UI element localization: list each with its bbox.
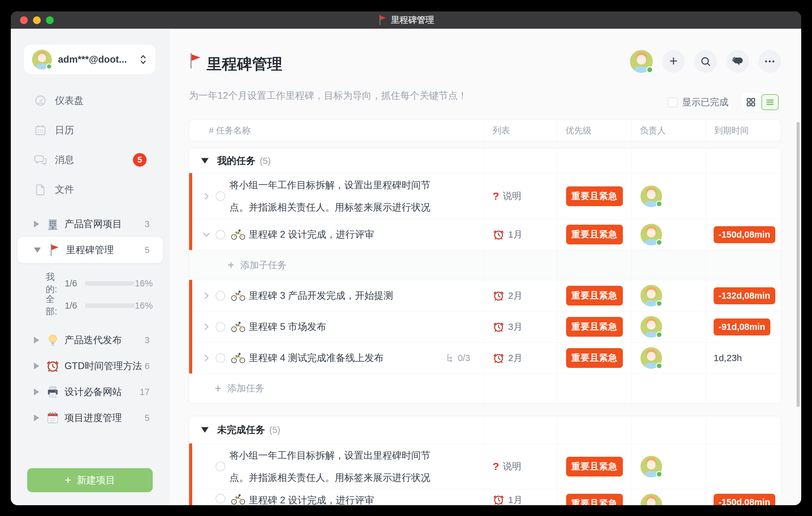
project-item-5[interactable]: 项目进度管理 5 bbox=[11, 405, 170, 431]
bike-icon bbox=[230, 229, 247, 240]
task-complete-radio[interactable] bbox=[216, 353, 225, 363]
current-user-avatar-button[interactable] bbox=[630, 50, 653, 73]
minimize-window-button[interactable] bbox=[33, 16, 41, 24]
chevron-right-icon[interactable] bbox=[201, 353, 211, 363]
project-task-count: 6 bbox=[145, 361, 150, 371]
group-header-cell bbox=[485, 148, 557, 173]
sidebar-item-label: 文件 bbox=[55, 183, 74, 196]
chevron-up-down-icon bbox=[139, 53, 147, 66]
column-header-due[interactable]: 到期时间 bbox=[706, 120, 781, 141]
column-header-priority[interactable]: 优先级 bbox=[557, 120, 632, 141]
assignee-avatar bbox=[640, 185, 662, 207]
show-completed-checkbox[interactable] bbox=[668, 97, 678, 107]
caret-down-icon[interactable] bbox=[201, 427, 208, 433]
zoom-window-button[interactable] bbox=[46, 16, 54, 24]
caret-right-icon[interactable] bbox=[34, 389, 39, 395]
task-row[interactable]: 里程碑 5 市场发布3月重要且紧急-91d,08min bbox=[189, 311, 781, 342]
caret-right-icon[interactable] bbox=[34, 414, 39, 421]
more-options-button[interactable] bbox=[758, 50, 781, 73]
task-name-cell: 将小组一年工作目标拆解，设置出里程碑时间节点。并指派相关责任人。用标签来展示进行… bbox=[189, 444, 485, 489]
titlebar: 里程碑管理 bbox=[11, 11, 801, 29]
task-due-cell: -150d,08min bbox=[706, 489, 781, 505]
vertical-scrollbar[interactable] bbox=[796, 122, 800, 407]
project-item-3[interactable]: GTD时间管理方法 6 bbox=[11, 353, 170, 379]
task-complete-radio[interactable] bbox=[216, 291, 225, 300]
task-list-value: 说明 bbox=[503, 460, 521, 473]
empty-cell bbox=[632, 374, 706, 403]
group-header-row[interactable]: 我的任务(5) bbox=[189, 148, 781, 173]
project-item-0[interactable]: 产品官网项目 3 bbox=[11, 211, 170, 237]
task-row[interactable]: 里程碑 4 测试完成准备线上发布0/32月重要且紧急1d,23h bbox=[189, 342, 781, 373]
task-row[interactable]: 将小组一年工作目标拆解，设置出里程碑时间节点。并指派相关责任人。用标签来展示进行… bbox=[189, 173, 781, 219]
chevron-right-icon[interactable] bbox=[201, 191, 211, 201]
project-item-selected[interactable]: 里程碑管理 5 bbox=[18, 237, 163, 263]
chat-button[interactable] bbox=[726, 50, 749, 73]
task-due-cell: -150d,08min bbox=[706, 219, 781, 250]
list-view-button-active[interactable] bbox=[761, 94, 779, 110]
caret-down-icon[interactable] bbox=[201, 158, 208, 164]
task-complete-radio[interactable] bbox=[216, 462, 225, 471]
priority-badge: 重要且紧急 bbox=[566, 286, 623, 306]
column-header-task-name[interactable]: # 任务名称 bbox=[189, 120, 485, 141]
add-task-row[interactable]: +添加任务 bbox=[189, 373, 781, 403]
task-complete-radio[interactable] bbox=[216, 230, 225, 239]
due-badge: -150d,08min bbox=[714, 494, 775, 505]
project-name: 产品官网项目 bbox=[64, 218, 122, 231]
add-label-cell[interactable]: +添加任务 bbox=[189, 374, 485, 403]
caret-down-icon[interactable] bbox=[34, 248, 41, 253]
sidebar-item-calendar[interactable]: 日历 bbox=[11, 115, 170, 145]
group-header-cell: 我的任务(5) bbox=[189, 148, 485, 173]
caret-right-icon[interactable] bbox=[34, 337, 39, 343]
user-account-dropdown[interactable]: adm***@doot... bbox=[24, 45, 155, 74]
task-row[interactable]: 里程碑 2 设计完成，进行评审1月重要且紧急-150d,08min bbox=[189, 489, 781, 505]
project-item-4[interactable]: 设计必备网站 17 bbox=[11, 379, 170, 405]
column-header-list[interactable]: 列表 bbox=[485, 120, 557, 141]
sidebar-item-dashboard[interactable]: 仪表盘 bbox=[11, 86, 170, 115]
priority-badge: 重要且紧急 bbox=[566, 494, 623, 505]
sidebar-item-files[interactable]: 文件 bbox=[11, 175, 170, 204]
add-member-button[interactable]: + bbox=[662, 50, 685, 73]
add-subtask-row[interactable]: +添加子任务 bbox=[189, 250, 781, 280]
task-priority-cell: 重要且紧急 bbox=[557, 219, 632, 250]
building-icon bbox=[46, 217, 60, 231]
close-window-button[interactable] bbox=[20, 16, 28, 24]
red-flag-icon bbox=[48, 243, 61, 257]
caret-right-icon[interactable] bbox=[34, 363, 39, 369]
task-name: 里程碑 4 测试完成准备线上发布 bbox=[249, 351, 383, 365]
task-name-cell: 里程碑 3 产品开发完成，开始提测 bbox=[189, 280, 485, 311]
project-item-2[interactable]: 产品迭代发布 3 bbox=[11, 327, 170, 353]
alarm-clock-icon bbox=[493, 229, 504, 240]
online-status-dot bbox=[646, 66, 653, 73]
add-label-cell[interactable]: +添加子任务 bbox=[189, 250, 485, 280]
task-complete-radio[interactable] bbox=[216, 191, 225, 201]
empty-cell bbox=[485, 374, 557, 403]
group-header-row[interactable]: 未完成任务(5) bbox=[189, 416, 781, 443]
new-project-button[interactable]: + 新建项目 bbox=[27, 468, 153, 492]
chevron-right-icon[interactable] bbox=[201, 291, 211, 300]
chat-icon bbox=[732, 56, 744, 67]
dashboard-icon bbox=[34, 94, 47, 107]
task-row[interactable]: 里程碑 3 产品开发完成，开始提测2月重要且紧急-132d,08min bbox=[189, 280, 781, 311]
caret-right-icon[interactable] bbox=[34, 221, 39, 227]
search-button[interactable] bbox=[694, 50, 717, 73]
project-list: 产品官网项目 3 里程碑管理 5 我的: 1/6 bbox=[11, 211, 170, 431]
task-priority-cell: 重要且紧急 bbox=[557, 173, 632, 219]
grid-view-icon[interactable] bbox=[746, 97, 756, 107]
task-row[interactable]: 里程碑 2 设计完成，进行评审1月重要且紧急-150d,08min bbox=[189, 219, 781, 250]
chevron-down-icon[interactable] bbox=[201, 230, 211, 239]
chevron-right-icon[interactable] bbox=[201, 322, 211, 332]
sidebar-item-messages[interactable]: 消息 5 bbox=[11, 145, 170, 175]
progress-percent: 16% bbox=[135, 278, 153, 289]
calendar-icon bbox=[34, 124, 47, 137]
task-complete-radio[interactable] bbox=[216, 322, 225, 332]
task-name: 里程碑 2 设计完成，进行评审 bbox=[249, 494, 374, 505]
project-task-count: 5 bbox=[145, 413, 150, 423]
task-row[interactable]: 将小组一年工作目标拆解，设置出里程碑时间节点。并指派相关责任人。用标签来展示进行… bbox=[189, 443, 781, 489]
sidebar-item-label: 日历 bbox=[55, 124, 74, 137]
message-icon bbox=[34, 153, 47, 166]
project-task-count: 3 bbox=[145, 335, 150, 345]
project-subtitle: 为一年12个月设置工作里程碑，目标为导向，抓住每个关键节点！ bbox=[189, 89, 467, 102]
task-complete-radio[interactable] bbox=[216, 494, 225, 503]
task-list-cell: 3月 bbox=[485, 311, 557, 342]
column-header-assignee[interactable]: 负责人 bbox=[632, 120, 706, 141]
